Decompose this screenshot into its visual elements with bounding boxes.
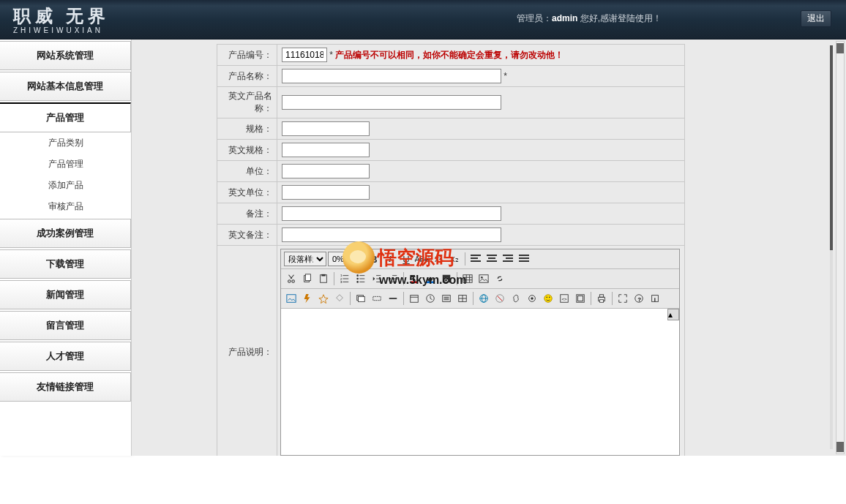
svg-rect-1 (305, 274, 310, 281)
submenu-product-category[interactable]: 产品类别 (0, 132, 131, 154)
editor-zoom-select[interactable]: 0% (328, 252, 360, 266)
input-remark[interactable] (282, 206, 501, 221)
unordered-list-button[interactable] (353, 271, 368, 286)
subscript-button[interactable]: x₂ (447, 252, 462, 266)
bold-button[interactable]: B (367, 252, 381, 266)
svg-rect-23 (411, 282, 419, 284)
align-left-button[interactable] (468, 252, 483, 266)
time-icon[interactable] (423, 291, 438, 306)
sidebar-item-system[interactable]: 网站系统管理 (0, 41, 131, 70)
svg-point-14 (356, 281, 359, 283)
input-en-remark[interactable] (282, 227, 501, 242)
italic-button[interactable]: I (383, 252, 397, 266)
layer-icon[interactable] (353, 291, 368, 306)
content-wrap: 产品编号： * 产品编号不可以相同，如你不能确定会重复，请勿改动他！ 产品名称：… (132, 40, 846, 456)
editor-toolbar-1: 段落样式 0% B I U ABC x² x₂ (281, 249, 679, 269)
align-justify-button[interactable] (517, 252, 531, 266)
strike-button[interactable]: ABC (415, 252, 430, 266)
source-icon[interactable]: <> (557, 291, 572, 306)
sidebar-item-cases[interactable]: 成功案例管理 (0, 219, 131, 248)
font-color-button[interactable]: T (407, 271, 422, 286)
sidebar-item-links[interactable]: 友情链接管理 (0, 372, 131, 402)
editor-textarea[interactable]: ▴ (281, 309, 679, 455)
align-center-button[interactable] (484, 252, 499, 266)
superscript-button[interactable]: x² (431, 252, 446, 266)
link-icon[interactable] (509, 291, 523, 306)
sidebar-item-message[interactable]: 留言管理 (0, 311, 131, 340)
copy-button[interactable] (300, 271, 315, 286)
svg-rect-3 (321, 274, 325, 277)
special-char-icon[interactable] (439, 291, 454, 306)
emoticon-icon[interactable] (455, 291, 470, 306)
input-en-spec[interactable] (282, 143, 370, 157)
outdent-button[interactable] (370, 271, 384, 286)
input-product-no[interactable] (282, 48, 327, 62)
flash-icon[interactable] (300, 291, 315, 306)
input-en-unit[interactable] (282, 185, 370, 200)
web-icon[interactable] (476, 291, 491, 306)
logout-button[interactable]: 退出 (801, 10, 831, 27)
hint-product-no: 产品编号不可以相同，如你不能确定会重复，请勿改动他！ (335, 50, 564, 60)
admin-name: admin (552, 13, 577, 23)
submenu-product-manage[interactable]: 产品管理 (0, 154, 131, 175)
input-spec[interactable] (282, 121, 370, 136)
sidebar-item-siteinfo[interactable]: 网站基本信息管理 (0, 72, 131, 101)
label-en-product-name: 英文产品名称： (217, 87, 277, 119)
admin-info: 管理员：admin 您好,感谢登陆使用！ (517, 12, 662, 25)
editor-scroll-up[interactable]: ▴ (667, 309, 679, 320)
main-layout: 网站系统管理 网站基本信息管理 产品管理 产品类别 产品管理 添加产品 审核产品… (0, 40, 846, 456)
svg-rect-39 (411, 296, 419, 303)
insert-table-button[interactable] (460, 271, 475, 286)
paste-button[interactable] (316, 271, 331, 286)
underline-button[interactable]: U (399, 252, 413, 266)
highlight-button[interactable]: B (439, 271, 454, 286)
about-icon[interactable]: i (648, 291, 662, 306)
preview-icon[interactable] (573, 291, 588, 306)
sidebar-item-news[interactable]: 新闻管理 (0, 280, 131, 309)
content: 产品编号： * 产品编号不可以相同，如你不能确定会重复，请勿改动他！ 产品名称：… (217, 40, 846, 456)
smiley-icon[interactable] (541, 291, 555, 306)
align-right-button[interactable] (501, 252, 515, 266)
ordered-list-button[interactable]: 123 (337, 271, 352, 286)
submenu-product-audit[interactable]: 审核产品 (0, 196, 131, 217)
label-en-remark: 英文备注： (217, 225, 277, 246)
hr-icon[interactable] (386, 291, 400, 306)
svg-rect-65 (599, 300, 603, 303)
svg-text:T: T (411, 274, 416, 282)
sidebar-item-hr[interactable]: 人才管理 (0, 342, 131, 371)
anchor-icon[interactable] (332, 291, 347, 306)
label-product-no: 产品编号： (217, 45, 277, 66)
label-product-name: 产品名称： (217, 66, 277, 87)
editor-toolbar-2: 123 T B (281, 269, 679, 289)
unlink-icon[interactable] (493, 291, 507, 306)
print-icon[interactable] (594, 291, 609, 306)
sidebar-item-product[interactable]: 产品管理 (0, 102, 131, 132)
image-icon[interactable] (284, 291, 299, 306)
logo-subtitle: ZHIWEIWUXIAN (13, 26, 110, 34)
date-icon[interactable] (407, 291, 422, 306)
insert-image-button[interactable] (476, 271, 491, 286)
sidebar: 网站系统管理 网站基本信息管理 产品管理 产品类别 产品管理 添加产品 审核产品… (0, 40, 132, 456)
svg-point-12 (356, 278, 359, 280)
marquee-icon[interactable] (370, 291, 384, 306)
help-icon[interactable]: ? (632, 291, 646, 306)
input-unit[interactable] (282, 164, 370, 178)
content-scrollbar[interactable] (830, 45, 833, 449)
indent-button[interactable] (386, 271, 400, 286)
fullscreen-icon[interactable] (615, 291, 630, 306)
media-icon[interactable] (316, 291, 331, 306)
svg-point-33 (481, 277, 483, 279)
rich-text-editor: 段落样式 0% B I U ABC x² x₂ (280, 249, 680, 456)
header-right: 管理员：admin 您好,感谢登陆使用！ 退出 (517, 10, 831, 27)
svg-rect-36 (359, 296, 365, 301)
page-scrollbar[interactable] (836, 41, 845, 454)
submenu-product-add[interactable]: 添加产品 (0, 175, 131, 196)
editor-para-style-select[interactable]: 段落样式 (284, 252, 326, 266)
insert-link-button[interactable] (493, 271, 507, 286)
bg-color-button[interactable] (423, 271, 438, 286)
input-product-name[interactable] (282, 69, 501, 83)
sidebar-item-download[interactable]: 下载管理 (0, 249, 131, 279)
input-en-product-name[interactable] (282, 95, 501, 110)
target-icon[interactable] (525, 291, 539, 306)
cut-button[interactable] (284, 271, 299, 286)
